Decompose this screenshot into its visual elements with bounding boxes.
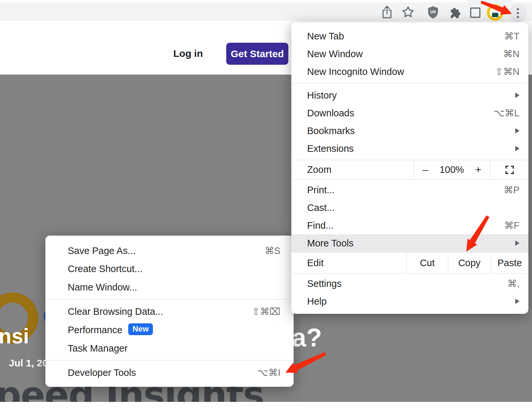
headline-fragment-left: Insi (0, 324, 29, 348)
new-badge: New (128, 323, 153, 335)
menu-item-task-manager[interactable]: Task Manager (45, 339, 294, 357)
submenu-caret-icon (515, 128, 520, 133)
menu-item-downloads[interactable]: Downloads ⌥⌘L (291, 104, 528, 122)
menu-item-performance[interactable]: PerformanceNew (45, 321, 294, 339)
zoom-in-button[interactable]: + (475, 164, 481, 176)
menu-item-save-page-as[interactable]: Save Page As... ⌘S (45, 242, 294, 260)
menu-item-bookmarks[interactable]: Bookmarks (291, 122, 528, 140)
menu-item-create-shortcut[interactable]: Create Shortcut... (45, 260, 294, 278)
share-icon[interactable] (381, 5, 393, 19)
zoom-level: 100% (440, 164, 464, 175)
page-section-below (0, 402, 532, 416)
get-started-button[interactable]: Get Started (226, 43, 288, 65)
chrome-menu: New Tab ⌘T New Window ⌘N New Incognito W… (291, 22, 528, 314)
zoom-out-button[interactable]: – (423, 164, 428, 176)
cut-button[interactable]: Cut (406, 253, 448, 273)
divider (291, 179, 528, 180)
menu-item-settings[interactable]: Settings ⌘, (291, 275, 528, 292)
menu-item-clear-browsing-data[interactable]: Clear Browsing Data... ⇧⌘⌧ (45, 303, 294, 320)
ublock-label: uo (430, 9, 436, 14)
tab-strip-right (512, 0, 532, 2)
edit-label: Edit (291, 253, 406, 273)
menu-item-history[interactable]: History (291, 86, 528, 104)
ublock-shield-icon[interactable]: uo (427, 6, 439, 19)
more-tools-submenu: Save Page As... ⌘S Create Shortcut... Na… (45, 236, 294, 387)
submenu-caret-icon (515, 299, 520, 304)
tab-strip-left (0, 0, 468, 2)
menu-item-help[interactable]: Help (291, 292, 528, 310)
menu-item-name-window[interactable]: Name Window... (45, 278, 294, 296)
more-tools-arrow (461, 214, 494, 255)
zoom-label: Zoom (291, 160, 413, 179)
submenu-caret-icon (515, 241, 520, 246)
submenu-caret-icon (515, 93, 520, 98)
paste-button[interactable]: Paste (490, 253, 528, 273)
login-link[interactable]: Log in (173, 48, 203, 59)
submenu-caret-icon (515, 146, 520, 151)
menu-item-developer-tools[interactable]: Developer Tools ⌥⌘I (45, 364, 294, 381)
fullscreen-button[interactable] (490, 160, 528, 179)
menu-item-new-tab[interactable]: New Tab ⌘T (291, 27, 528, 45)
menu-item-print[interactable]: Print... ⌘P (291, 181, 528, 199)
date-fragment: Jul 1, 20 (9, 358, 48, 369)
menu-dots-arrow (478, 0, 515, 16)
divider (291, 83, 528, 83)
divider (291, 273, 528, 274)
browser-screen: uo Log in Get Started Insi a? Jul 1, 20 … (0, 0, 532, 416)
menu-item-extensions[interactable]: Extensions (291, 140, 528, 157)
menu-item-new-window[interactable]: New Window ⌘N (291, 45, 528, 63)
bookmark-star-icon[interactable] (401, 6, 415, 19)
extensions-puzzle-icon[interactable] (448, 6, 461, 19)
divider (45, 360, 294, 361)
developer-tools-arrow (282, 348, 328, 376)
zoom-row: Zoom – 100% + (291, 160, 528, 179)
menu-item-new-incognito-window[interactable]: New Incognito Window ⇧⌘N (291, 63, 528, 81)
copy-button[interactable]: Copy (448, 253, 490, 273)
edit-row: Edit Cut Copy Paste (291, 253, 528, 273)
divider (45, 299, 294, 300)
fullscreen-icon (505, 165, 515, 175)
